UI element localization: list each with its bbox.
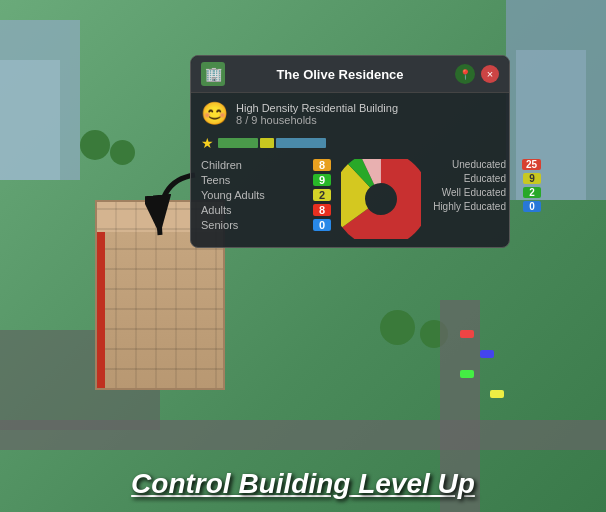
adults-label: Adults — [201, 204, 271, 216]
car-3 — [460, 370, 474, 378]
seniors-value: 0 — [313, 219, 331, 231]
svg-point-4 — [349, 167, 413, 231]
popup-panel: 🏢 The Olive Residence 📍 × 😊 High Density… — [190, 55, 510, 248]
edu-stats: Uneducated 25 Educated 9 Well Educated 2… — [431, 159, 541, 239]
tree-2 — [110, 140, 135, 165]
well-educated-label: Well Educated — [431, 187, 506, 198]
stat-row-adults: Adults 8 — [201, 204, 331, 216]
children-label: Children — [201, 159, 271, 171]
adults-value: 8 — [313, 204, 331, 216]
educated-label: Educated — [431, 173, 506, 184]
smiley-icon: 😊 — [201, 101, 228, 127]
seniors-label: Seniors — [201, 219, 271, 231]
pie-chart — [341, 159, 421, 239]
building-type: High Density Residential Building — [236, 102, 398, 114]
well-educated-value: 2 — [523, 187, 541, 198]
educated-value: 9 — [523, 173, 541, 184]
edu-row-well-educated: Well Educated 2 — [431, 187, 541, 198]
age-stats: Children 8 Teens 9 Young Adults 2 Adults… — [201, 159, 331, 239]
location-icon: 📍 — [455, 64, 475, 84]
car-1 — [460, 330, 474, 338]
popup-title: The Olive Residence — [225, 67, 455, 82]
popup-header: 🏢 The Olive Residence 📍 × — [191, 56, 509, 93]
stat-row-seniors: Seniors 0 — [201, 219, 331, 231]
teens-label: Teens — [201, 174, 271, 186]
stats-area: Children 8 Teens 9 Young Adults 2 Adults… — [201, 159, 499, 239]
building-icon: 🏢 — [201, 62, 225, 86]
car-2 — [480, 350, 494, 358]
children-value: 8 — [313, 159, 331, 171]
level-seg-3 — [276, 138, 326, 148]
building-info: 😊 High Density Residential Building 8 / … — [201, 101, 499, 127]
edu-row-highly-educated: Highly Educated 0 — [431, 201, 541, 212]
edu-row-educated: Educated 9 — [431, 173, 541, 184]
young-adults-value: 2 — [313, 189, 331, 201]
level-bar-row: ★ — [201, 135, 499, 151]
stat-row-young-adults: Young Adults 2 — [201, 189, 331, 201]
stat-row-children: Children 8 — [201, 159, 331, 171]
households-count: 8 / 9 households — [236, 114, 398, 126]
young-adults-label: Young Adults — [201, 189, 271, 201]
uneducated-value: 25 — [522, 159, 541, 170]
level-seg-1 — [218, 138, 258, 148]
teens-value: 9 — [313, 174, 331, 186]
building-description: High Density Residential Building 8 / 9 … — [236, 102, 398, 126]
car-4 — [490, 390, 504, 398]
bg-building-2 — [0, 60, 60, 180]
edu-row-uneducated: Uneducated 25 — [431, 159, 541, 170]
level-segments — [218, 138, 326, 148]
star-icon: ★ — [201, 135, 214, 151]
road-horizontal — [0, 420, 606, 450]
pie-chart-area — [341, 159, 421, 239]
popup-body: 😊 High Density Residential Building 8 / … — [191, 93, 509, 247]
stat-row-teens: Teens 9 — [201, 174, 331, 186]
bottom-text: Control Building Level Up — [0, 468, 606, 500]
level-seg-2 — [260, 138, 274, 148]
uneducated-label: Uneducated — [431, 159, 506, 170]
highly-educated-value: 0 — [523, 201, 541, 212]
tree-3 — [380, 310, 415, 345]
highly-educated-label: Highly Educated — [431, 201, 506, 212]
tree-1 — [80, 130, 110, 160]
close-button[interactable]: × — [481, 65, 499, 83]
